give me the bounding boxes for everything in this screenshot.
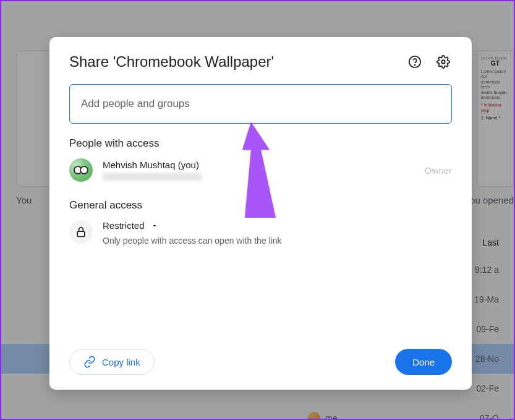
svg-point-2 bbox=[441, 60, 445, 64]
access-description: Only people with access can open with th… bbox=[103, 236, 282, 246]
people-section-title: People with access bbox=[69, 137, 452, 150]
access-select[interactable]: Restricted bbox=[103, 220, 282, 231]
lock-icon-wrap bbox=[69, 220, 93, 244]
svg-point-1 bbox=[414, 64, 415, 65]
settings-icon[interactable] bbox=[435, 53, 452, 71]
lock-icon bbox=[75, 226, 87, 238]
chevron-down-icon bbox=[151, 222, 158, 229]
copy-link-button[interactable]: Copy link bbox=[69, 349, 155, 375]
person-role: Owner bbox=[425, 165, 452, 176]
modal-footer: Copy link Done bbox=[69, 349, 452, 375]
access-label: Restricted bbox=[103, 220, 145, 231]
person-name: Mehvish Mushtaq (you) bbox=[103, 160, 202, 170]
add-people-input-wrap[interactable] bbox=[69, 84, 452, 124]
add-people-input[interactable] bbox=[81, 98, 440, 110]
share-modal: Share 'Chromebook Wallpaper' People with… bbox=[49, 37, 472, 390]
copy-link-label: Copy link bbox=[102, 357, 140, 367]
modal-title: Share 'Chromebook Wallpaper' bbox=[69, 53, 274, 71]
help-icon[interactable] bbox=[406, 53, 423, 71]
svg-rect-3 bbox=[77, 231, 85, 236]
done-button[interactable]: Done bbox=[395, 349, 452, 375]
avatar bbox=[69, 158, 93, 182]
general-section-title: General access bbox=[69, 199, 452, 212]
person-email-blurred bbox=[103, 173, 202, 181]
link-icon bbox=[83, 356, 96, 368]
access-row: Restricted Only people with access can o… bbox=[69, 220, 452, 246]
modal-header: Share 'Chromebook Wallpaper' bbox=[69, 53, 452, 71]
person-row: Mehvish Mushtaq (you) Owner bbox=[69, 158, 452, 182]
